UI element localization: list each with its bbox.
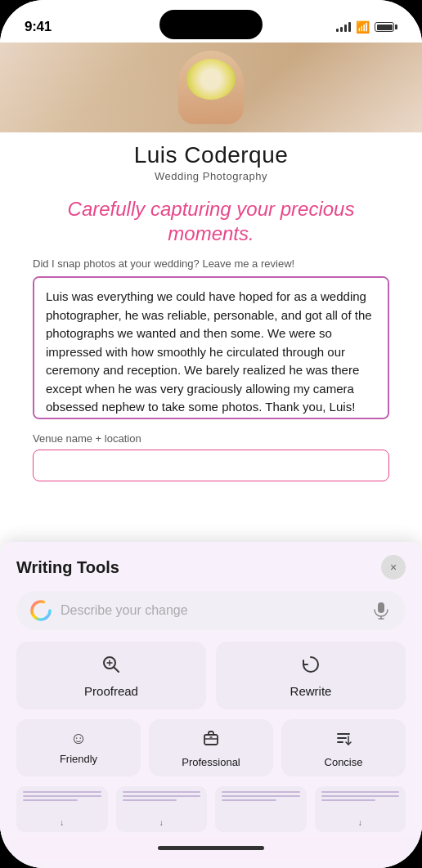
- photographer-name: Luis Coderque: [33, 142, 389, 168]
- svg-point-0: [32, 602, 50, 620]
- venue-input[interactable]: [33, 450, 389, 481]
- pages-row: ↓ ↓: [16, 786, 406, 832]
- rewrite-button[interactable]: Rewrite: [216, 642, 406, 709]
- writing-tools-header: Writing Tools ×: [16, 555, 406, 579]
- tools-row-tone: ☺ Friendly Professional: [16, 719, 406, 776]
- wifi-icon: 📶: [356, 20, 370, 34]
- content-area: Luis Coderque Wedding Photography Carefu…: [0, 43, 422, 868]
- professional-button[interactable]: Professional: [149, 719, 273, 776]
- concise-label: Concise: [325, 756, 363, 768]
- rewrite-label: Rewrite: [290, 684, 332, 698]
- venue-label: Venue name + location: [33, 432, 389, 445]
- proofread-label: Proofread: [84, 684, 138, 698]
- page-thumb-2[interactable]: ↓: [116, 786, 208, 832]
- mic-button[interactable]: [370, 599, 393, 622]
- close-button[interactable]: ×: [381, 555, 406, 579]
- hero-image: [0, 43, 422, 132]
- proofread-icon: [101, 655, 121, 678]
- battery-icon: [375, 22, 397, 32]
- review-textarea[interactable]: [33, 276, 389, 419]
- phone-frame: 9:41 📶 Lu: [0, 0, 422, 868]
- page-thumb-3[interactable]: [215, 786, 307, 832]
- photographer-tagline: Carefully capturing your precious moment…: [33, 197, 389, 246]
- concise-button[interactable]: Concise: [281, 719, 406, 776]
- concise-icon: [334, 729, 352, 751]
- svg-rect-8: [204, 735, 218, 745]
- home-indicator: [16, 835, 406, 860]
- review-prompt: Did I snap photos at your wedding? Leave…: [33, 257, 389, 270]
- describe-bar[interactable]: Describe your change: [16, 591, 406, 630]
- friendly-icon: ☺: [70, 729, 87, 748]
- writing-tools-panel: Writing Tools ×: [0, 542, 422, 868]
- professional-icon: [202, 729, 220, 751]
- tools-row-main: Proofread Rewrite: [16, 642, 406, 709]
- svg-rect-1: [378, 602, 384, 613]
- page-thumb-1[interactable]: ↓: [16, 786, 108, 832]
- hero-flowers-decoration: [186, 59, 236, 100]
- page-thumb-4[interactable]: ↓: [315, 786, 406, 832]
- signal-icon: [336, 22, 351, 32]
- dynamic-island: [159, 10, 263, 39]
- writing-tools-title: Writing Tools: [16, 558, 119, 577]
- status-time: 9:41: [25, 19, 52, 35]
- professional-label: Professional: [182, 756, 240, 768]
- friendly-label: Friendly: [60, 753, 97, 765]
- status-icons: 📶: [336, 20, 397, 34]
- describe-placeholder[interactable]: Describe your change: [61, 603, 361, 618]
- photographer-subtitle: Wedding Photography: [33, 170, 389, 182]
- friendly-button[interactable]: ☺ Friendly: [16, 719, 141, 776]
- home-bar: [158, 846, 264, 850]
- apple-intelligence-icon: [29, 599, 52, 622]
- page-content: Luis Coderque Wedding Photography Carefu…: [0, 142, 422, 481]
- svg-line-5: [114, 668, 119, 673]
- proofread-button[interactable]: Proofread: [16, 642, 206, 709]
- rewrite-icon: [301, 655, 321, 678]
